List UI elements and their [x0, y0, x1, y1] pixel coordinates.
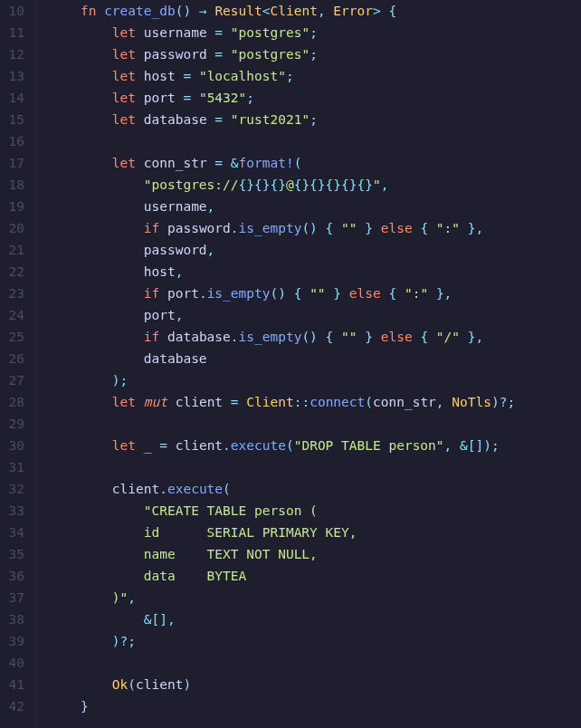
line-number: 27 — [5, 369, 24, 391]
line-number: 32 — [5, 478, 24, 500]
line-number: 25 — [5, 326, 24, 348]
code-line[interactable]: name TEXT NOT NULL, — [49, 543, 515, 565]
line-number: 20 — [5, 217, 24, 239]
line-number: 40 — [5, 652, 24, 674]
code-line[interactable]: &[], — [49, 608, 515, 630]
code-line[interactable]: let conn_str = &format!( — [49, 152, 515, 174]
line-number: 38 — [5, 608, 24, 630]
line-number: 13 — [5, 65, 24, 87]
line-number: 33 — [5, 500, 24, 522]
line-number: 30 — [5, 435, 24, 456]
line-number: 37 — [5, 587, 24, 608]
line-number: 26 — [5, 348, 24, 369]
line-number: 35 — [5, 543, 24, 565]
code-line[interactable]: ); — [49, 369, 515, 391]
code-line[interactable]: if port.is_empty() { "" } else { ":" }, — [49, 283, 515, 304]
code-line[interactable]: let password = "postgres"; — [49, 43, 515, 65]
code-line[interactable]: client.execute( — [49, 478, 515, 500]
code-line[interactable]: )?; — [49, 630, 515, 652]
code-line[interactable] — [49, 413, 515, 435]
code-line[interactable]: host, — [49, 261, 515, 283]
code-line[interactable]: "CREATE TABLE person ( — [49, 500, 515, 522]
line-number: 21 — [5, 239, 24, 261]
line-number: 11 — [5, 22, 24, 43]
line-number: 17 — [5, 152, 24, 174]
code-line[interactable]: "postgres://{}{}{}@{}{}{}{}{}", — [49, 174, 515, 196]
code-line[interactable]: let port = "5432"; — [49, 87, 515, 109]
line-number: 28 — [5, 391, 24, 413]
line-number: 10 — [5, 0, 24, 22]
line-number: 15 — [5, 109, 24, 130]
line-number: 41 — [5, 674, 24, 695]
code-line[interactable] — [49, 130, 515, 152]
code-line[interactable]: )", — [49, 587, 515, 608]
code-line[interactable]: id SERIAL PRIMARY KEY, — [49, 522, 515, 543]
code-line[interactable]: if database.is_empty() { "" } else { "/"… — [49, 326, 515, 348]
line-number: 39 — [5, 630, 24, 652]
line-number: 22 — [5, 261, 24, 283]
code-line[interactable]: let mut client = Client::connect(conn_st… — [49, 391, 515, 413]
code-line[interactable]: let host = "localhost"; — [49, 65, 515, 87]
code-line[interactable]: username, — [49, 196, 515, 217]
code-editor-content[interactable]: fn create_db() → Result<Client, Error> {… — [36, 0, 515, 728]
code-line[interactable]: let username = "postgres"; — [49, 22, 515, 43]
line-number: 36 — [5, 565, 24, 587]
line-number: 34 — [5, 522, 24, 543]
code-line[interactable]: let _ = client.execute("DROP TABLE perso… — [49, 435, 515, 456]
code-line[interactable] — [49, 652, 515, 674]
code-line[interactable]: data BYTEA — [49, 565, 515, 587]
line-number: 16 — [5, 130, 24, 152]
line-number: 24 — [5, 304, 24, 326]
code-line[interactable]: port, — [49, 304, 515, 326]
code-line[interactable]: let database = "rust2021"; — [49, 109, 515, 130]
line-number-gutter: 1011121314151617181920212223242526272829… — [0, 0, 36, 728]
code-line[interactable]: } — [49, 695, 515, 717]
line-number: 14 — [5, 87, 24, 109]
code-line[interactable]: if password.is_empty() { "" } else { ":"… — [49, 217, 515, 239]
line-number: 42 — [5, 695, 24, 717]
line-number: 31 — [5, 456, 24, 478]
code-line[interactable]: password, — [49, 239, 515, 261]
code-line[interactable]: Ok(client) — [49, 674, 515, 695]
line-number: 29 — [5, 413, 24, 435]
code-line[interactable]: database — [49, 348, 515, 369]
code-line[interactable] — [49, 456, 515, 478]
line-number: 19 — [5, 196, 24, 217]
line-number: 23 — [5, 283, 24, 304]
line-number: 12 — [5, 43, 24, 65]
code-line[interactable]: fn create_db() → Result<Client, Error> { — [49, 0, 515, 22]
line-number: 18 — [5, 174, 24, 196]
